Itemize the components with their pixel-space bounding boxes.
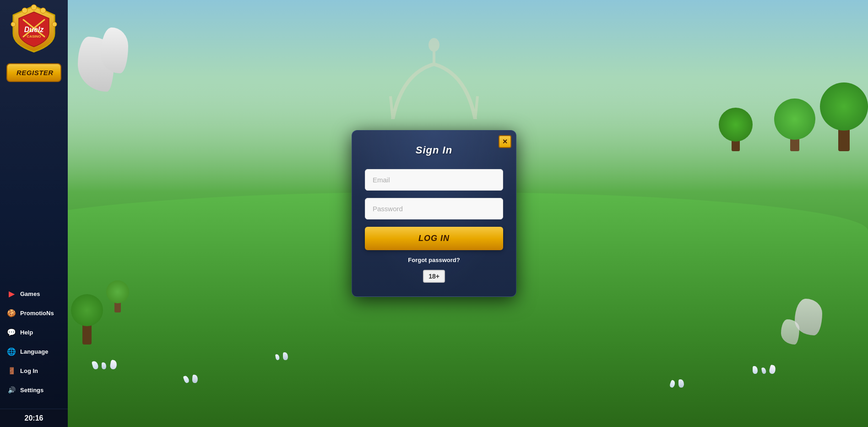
- age-badge: 18+: [365, 270, 503, 283]
- age-badge-text: 18+: [423, 270, 445, 283]
- forgot-password-link[interactable]: Forgot password?: [365, 257, 503, 263]
- email-field[interactable]: [365, 169, 503, 191]
- login-button[interactable]: Log In: [365, 227, 503, 250]
- signin-modal: ✕ Sign In Log In Forgot password? 18+: [352, 130, 516, 297]
- modal-title: Sign In: [365, 144, 503, 156]
- close-button[interactable]: ✕: [499, 135, 511, 148]
- modal-overlay: ✕ Sign In Log In Forgot password? 18+: [0, 0, 868, 427]
- password-field[interactable]: [365, 198, 503, 219]
